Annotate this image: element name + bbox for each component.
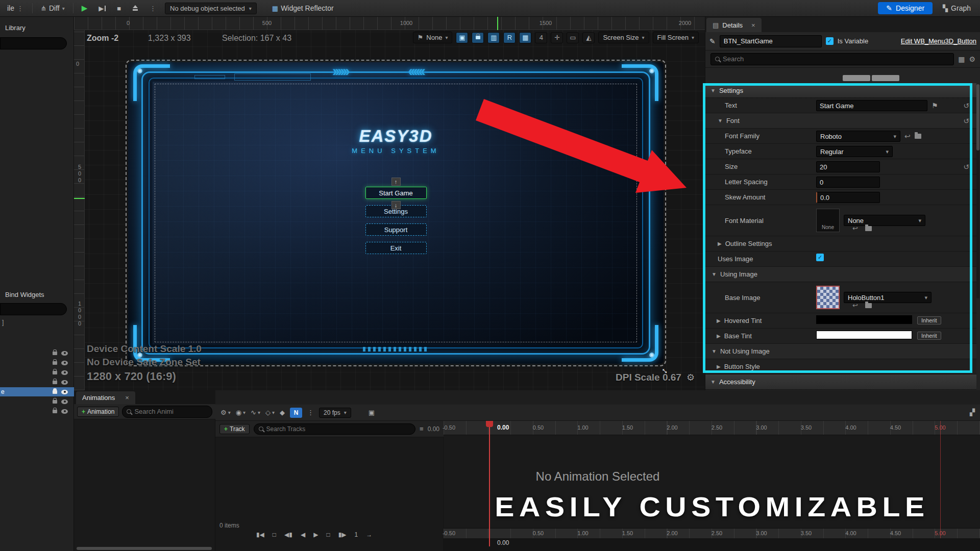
tab-animations[interactable]: Animations × — [76, 391, 135, 404]
frame-skip-button[interactable]: ▶ — [95, 3, 109, 14]
browse-asset-icon[interactable] — [865, 303, 872, 308]
hierarchy-row[interactable] — [0, 378, 74, 387]
widget-reflector-button[interactable]: ▦ Widget Reflector — [269, 3, 337, 14]
text-value-input[interactable] — [816, 100, 927, 111]
gear-icon[interactable]: ⚙ — [969, 55, 975, 63]
reset-to-default-icon[interactable]: ↺ — [963, 102, 969, 110]
lock-icon[interactable] — [53, 410, 57, 413]
playhead[interactable] — [489, 421, 490, 546]
curve-options-button[interactable]: ∿▾ — [251, 409, 260, 416]
visibility-eye-icon[interactable] — [61, 351, 68, 356]
auto-key-toggle[interactable]: N — [290, 408, 302, 418]
lock-safe-zone-button[interactable] — [472, 32, 484, 43]
edit-parent-widget-link[interactable]: Edit WB_Menu3D_Button — [901, 37, 976, 45]
lock-icon[interactable] — [53, 371, 57, 374]
selection-handle-up[interactable]: ↑ — [391, 178, 401, 186]
diff-button[interactable]: ⋔ Diff ▾ — [38, 3, 68, 14]
details-search-input[interactable] — [723, 55, 949, 63]
lock-icon[interactable] — [53, 352, 57, 355]
lock-icon[interactable] — [53, 361, 57, 365]
playhead-handle[interactable] — [486, 421, 493, 427]
skew-amount-input[interactable] — [816, 192, 880, 203]
outline-toggle-button[interactable]: ◭ — [582, 32, 595, 43]
widget-name-field[interactable]: BTN_StartGame — [720, 35, 822, 47]
visibility-eye-icon[interactable] — [61, 361, 68, 365]
next-key-button[interactable]: ▮▶ — [338, 531, 347, 538]
visibility-eye-icon[interactable] — [61, 399, 68, 404]
sequencer-settings-button[interactable]: ⚙▾ — [220, 409, 231, 416]
use-selected-asset-icon[interactable]: ↩ — [852, 224, 858, 232]
curve-editor-icon[interactable]: ▞ — [970, 409, 975, 416]
transform-mode-button[interactable]: ✛ — [551, 32, 563, 43]
reset-to-default-icon[interactable]: ↺ — [963, 163, 969, 171]
set-end-button[interactable]: □ — [326, 531, 330, 538]
base-tint-swatch[interactable] — [816, 331, 912, 339]
screen-size-dropdown[interactable]: Screen Size ▾ — [598, 32, 649, 43]
hierarchy-row[interactable] — [0, 368, 74, 377]
play-options-button[interactable]: ⋮ — [146, 3, 160, 14]
section-header-accessibility[interactable]: ▼ Accessibility — [705, 374, 976, 390]
hovered-tint-inherit-button[interactable]: Inherit — [917, 316, 941, 324]
gear-icon[interactable]: ⚙ — [687, 372, 695, 383]
previous-key-button[interactable]: ◀▮ — [284, 531, 292, 538]
visibility-eye-icon[interactable] — [61, 409, 68, 414]
browse-asset-icon[interactable] — [915, 134, 921, 139]
visibility-eye-icon[interactable] — [61, 370, 68, 375]
localization-flag-icon[interactable]: ⚑ — [932, 102, 938, 110]
localization-preview-button[interactable]: ▣ — [456, 32, 468, 43]
lock-icon[interactable] — [53, 390, 57, 394]
graph-mode-button[interactable]: ▚ Graph — [938, 2, 976, 14]
base-image-thumbnail[interactable] — [816, 286, 840, 309]
step-back-button[interactable]: ◀ — [301, 531, 305, 538]
lock-icon[interactable] — [53, 381, 57, 384]
fill-screen-dropdown[interactable]: Fill Screen ▾ — [653, 32, 699, 43]
menu-button-support[interactable]: Support — [365, 223, 427, 236]
hierarchy-row-selected[interactable]: e — [0, 387, 74, 396]
track-search-input[interactable] — [266, 425, 410, 433]
use-selected-asset-icon[interactable]: ↩ — [852, 302, 858, 309]
details-scrollbar[interactable] — [976, 84, 979, 298]
play-forward-button[interactable]: ▶ — [313, 531, 318, 538]
hierarchy-row[interactable] — [0, 358, 74, 367]
bind-widgets-search-input[interactable] — [0, 303, 67, 315]
section-header-settings[interactable]: ▼ Settings — [705, 83, 976, 98]
details-row-outline-settings[interactable]: ▶ Outline Settings — [705, 236, 976, 252]
close-icon[interactable]: × — [125, 394, 129, 402]
stop-button[interactable]: ■ — [114, 3, 124, 14]
menu-button-start-game[interactable]: ↑ Start Game ↓ — [365, 187, 427, 199]
play-button[interactable]: ▶ — [79, 2, 91, 14]
details-row-font-header[interactable]: ▼ Font ↺ — [705, 113, 976, 129]
filter-icon[interactable]: ≡ — [420, 425, 424, 433]
designer-viewport[interactable]: 0 500 1000 1500 2000 0 500 1000 Zoom -2 … — [74, 17, 705, 390]
visibility-eye-icon[interactable] — [61, 390, 68, 394]
eject-button[interactable] — [129, 4, 141, 13]
compile-button[interactable]: ile ⋮ — [4, 3, 27, 14]
horizontal-scrollbar[interactable] — [77, 547, 212, 550]
details-search-box[interactable] — [710, 53, 954, 65]
preview-state-dropdown[interactable]: ⚑ None ▾ — [413, 32, 453, 43]
base-tint-inherit-button[interactable]: Inherit — [917, 332, 941, 340]
hierarchy-row[interactable] — [0, 397, 74, 406]
hierarchy-row[interactable] — [0, 348, 74, 358]
designer-mode-button[interactable]: ✎ Designer — [878, 2, 933, 14]
animation-search-box[interactable] — [122, 406, 212, 418]
respect-locks-button[interactable]: R — [503, 32, 516, 43]
set-start-button[interactable]: □ — [273, 531, 276, 538]
tab-details[interactable]: ▤ Details × — [706, 18, 762, 32]
close-icon[interactable]: × — [751, 21, 755, 29]
add-animation-button[interactable]: + Animation — [77, 407, 119, 417]
is-variable-checkbox[interactable]: ✓ — [826, 37, 834, 45]
preview-background-button[interactable]: ▭ — [567, 32, 579, 43]
timeline-ruler-top[interactable]: -0.500.501.001.502.002.503.003.504.004.5… — [444, 421, 980, 435]
grid-snap-button[interactable]: ▦ — [519, 32, 531, 43]
column-view-icon[interactable]: ▦ — [958, 55, 965, 63]
loop-mode-button[interactable]: → — [366, 531, 372, 538]
selection-handle-down[interactable]: ↓ — [391, 201, 401, 209]
uses-image-checkbox[interactable]: ✓ — [816, 254, 824, 261]
more-options-icon[interactable]: ⋮ — [307, 409, 314, 416]
animation-search-input[interactable] — [134, 408, 208, 415]
use-selected-asset-icon[interactable]: ↩ — [904, 132, 911, 140]
debug-object-dropdown[interactable]: No debug object selected ▾ — [165, 3, 257, 14]
details-row-using-image-header[interactable]: ▼ Using Image — [705, 267, 976, 282]
add-track-button[interactable]: + Track — [219, 424, 250, 434]
